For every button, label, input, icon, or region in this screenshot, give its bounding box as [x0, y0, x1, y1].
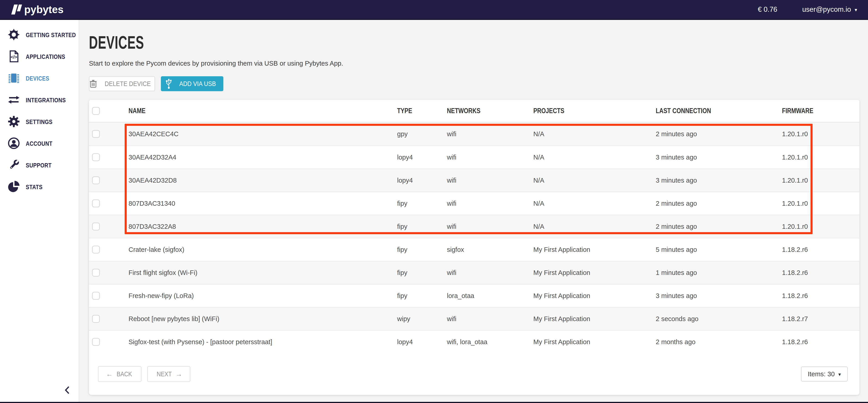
table-row[interactable]: Reboot [new pybytes lib] (WiFi) wipy wif… — [89, 307, 859, 330]
chip-icon — [8, 72, 20, 84]
table-row[interactable]: Sigfox-test (with Pysense) - [pastoor pe… — [89, 330, 859, 353]
column-header-last-connection: LAST CONNECTION — [656, 107, 782, 115]
cell-firmware: 1.20.1.r0 — [782, 130, 859, 138]
arrow-left-icon: ← — [106, 370, 113, 378]
next-label: NEXT — [157, 370, 172, 378]
row-checkbox[interactable] — [92, 269, 100, 277]
row-checkbox[interactable] — [92, 177, 100, 184]
screen-bottom-edge — [0, 402, 868, 403]
cell-firmware: 1.18.2.r6 — [782, 246, 859, 253]
row-checkbox[interactable] — [92, 338, 100, 346]
sidebar-item-integrations[interactable]: INTEGRATIONS — [0, 93, 79, 107]
sidebar-item-applications[interactable]: </> APPLICATIONS — [0, 50, 79, 64]
sidebar-item-account[interactable]: ACCOUNT — [0, 137, 79, 151]
row-checkbox[interactable] — [92, 130, 100, 138]
cell-projects: My First Application — [533, 269, 656, 277]
row-checkbox[interactable] — [92, 246, 100, 253]
cell-last-connection: 1 minutes ago — [656, 269, 782, 277]
cell-networks: wifi — [447, 223, 533, 230]
add-via-usb-label: ADD VIA USB — [179, 80, 216, 88]
row-checkbox[interactable] — [92, 292, 100, 300]
table-row[interactable]: Crater-lake (sigfox) fipy sigfox My Firs… — [89, 238, 859, 261]
cell-last-connection: 2 minutes ago — [656, 200, 782, 207]
sidebar-item-getting-started[interactable]: GETTING STARTED — [0, 28, 79, 42]
select-all-checkbox[interactable] — [92, 107, 100, 115]
cell-last-connection: 3 minutes ago — [656, 177, 782, 184]
table-row[interactable]: 30AEA42D32A4 lopy4 wifi N/A 3 minutes ag… — [89, 146, 859, 168]
cell-networks: wifi — [447, 269, 533, 277]
sidebar-item-stats[interactable]: STATS — [0, 180, 79, 194]
page-title: DEVICES — [89, 32, 144, 53]
pybytes-logo[interactable]: pybytes — [13, 3, 64, 16]
devices-table-card: NAME TYPE NETWORKS PROJECTS LAST CONNECT… — [89, 100, 859, 395]
account-balance: € 0.76 — [758, 5, 777, 13]
items-per-page-select[interactable]: Items: 30 ▾ — [801, 367, 848, 381]
cell-last-connection: 3 minutes ago — [656, 292, 782, 300]
cell-networks: wifi — [447, 177, 533, 184]
column-header-name: NAME — [128, 107, 397, 115]
main-content: DEVICES Start to explore the Pycom devic… — [79, 20, 868, 402]
table-row[interactable]: 30AEA42CEC4C gpy wifi N/A 2 minutes ago … — [89, 122, 859, 146]
cell-name: 807D3AC31340 — [128, 200, 397, 207]
back-label: BACK — [117, 370, 132, 378]
row-checkbox[interactable] — [92, 315, 100, 323]
cell-type: fipy — [397, 223, 447, 230]
cell-firmware: 1.20.1.r0 — [782, 223, 859, 230]
delete-device-button[interactable]: DELETE DEVICE — [89, 76, 155, 91]
next-button[interactable]: NEXT → — [147, 366, 190, 382]
cell-projects: My First Application — [533, 338, 656, 346]
wrench-icon — [8, 159, 20, 171]
page-description: Start to explore the Pycom devices by pr… — [89, 60, 859, 67]
cell-name: Sigfox-test (with Pysense) - [pastoor pe… — [128, 338, 397, 346]
user-menu[interactable]: user@pycom.io ▾ — [802, 5, 857, 13]
items-per-page-label: Items: 30 — [808, 370, 835, 378]
table-row[interactable]: First flight sigfox (Wi-Fi) fipy wifi My… — [89, 261, 859, 284]
table-row[interactable]: 807D3AC31340 fipy wifi N/A 2 minutes ago… — [89, 192, 859, 215]
cell-type: fipy — [397, 269, 447, 277]
column-header-firmware: FIRMWARE — [782, 107, 859, 115]
cell-projects: My First Application — [533, 246, 656, 253]
cell-name: Fresh-new-fipy (LoRa) — [128, 292, 397, 300]
sidebar-item-support[interactable]: SUPPORT — [0, 158, 79, 173]
table-row[interactable]: Fresh-new-fipy (LoRa) fipy lora_otaa My … — [89, 284, 859, 307]
cell-firmware: 1.18.2.r6 — [782, 269, 859, 277]
cell-firmware: 1.18.2.r6 — [782, 338, 859, 346]
table-header-row: NAME TYPE NETWORKS PROJECTS LAST CONNECT… — [89, 100, 859, 122]
cell-last-connection: 2 minutes ago — [656, 130, 782, 138]
usb-icon — [165, 79, 172, 89]
cell-name: Reboot [new pybytes lib] (WiFi) — [128, 315, 397, 323]
cell-name: 30AEA42D32D8 — [128, 177, 397, 184]
cell-firmware: 1.20.1.r0 — [782, 200, 859, 207]
cell-projects: N/A — [533, 154, 656, 161]
cell-firmware: 1.20.1.r0 — [782, 177, 859, 184]
cell-last-connection: 5 minutes ago — [656, 246, 782, 253]
row-checkbox[interactable] — [92, 199, 100, 207]
cell-projects: N/A — [533, 200, 656, 207]
cell-firmware: 1.18.2.r7 — [782, 315, 859, 323]
gear-icon — [8, 115, 20, 128]
sidebar-collapse-button[interactable] — [64, 385, 71, 396]
add-via-usb-button[interactable]: ADD VIA USB — [161, 76, 223, 91]
cell-networks: sigfox — [447, 246, 533, 253]
user-icon — [8, 137, 20, 149]
cell-projects: N/A — [533, 130, 656, 138]
sidebar-item-devices[interactable]: DEVICES — [0, 71, 79, 86]
chevron-down-icon: ▾ — [838, 372, 841, 377]
cell-type: fipy — [397, 292, 447, 300]
cell-networks: wifi — [447, 130, 533, 138]
row-checkbox[interactable] — [92, 153, 100, 161]
arrow-right-icon: → — [176, 370, 182, 378]
back-button[interactable]: ← BACK — [98, 366, 142, 382]
row-checkbox[interactable] — [92, 223, 100, 230]
cell-type: lopy4 — [397, 177, 447, 184]
column-header-projects: PROJECTS — [533, 107, 656, 115]
sync-arrows-icon — [8, 94, 20, 106]
table-row[interactable]: 807D3AC322A8 fipy wifi N/A 2 minutes ago… — [89, 215, 859, 238]
cell-name: First flight sigfox (Wi-Fi) — [128, 269, 397, 277]
cell-last-connection: 2 months ago — [656, 338, 782, 346]
cell-type: lopy4 — [397, 338, 447, 346]
cell-projects: My First Application — [533, 292, 656, 300]
cell-name: 30AEA42CEC4C — [128, 130, 397, 138]
sidebar-item-settings[interactable]: SETTINGS — [0, 115, 79, 129]
table-row[interactable]: 30AEA42D32D8 lopy4 wifi N/A 3 minutes ag… — [89, 168, 859, 192]
